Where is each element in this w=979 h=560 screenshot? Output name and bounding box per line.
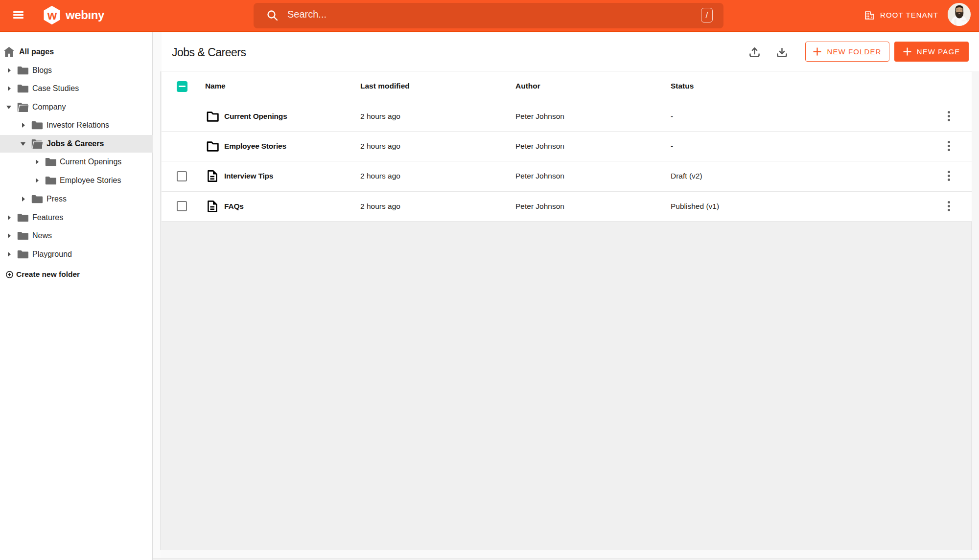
svg-text:w: w	[47, 8, 57, 22]
